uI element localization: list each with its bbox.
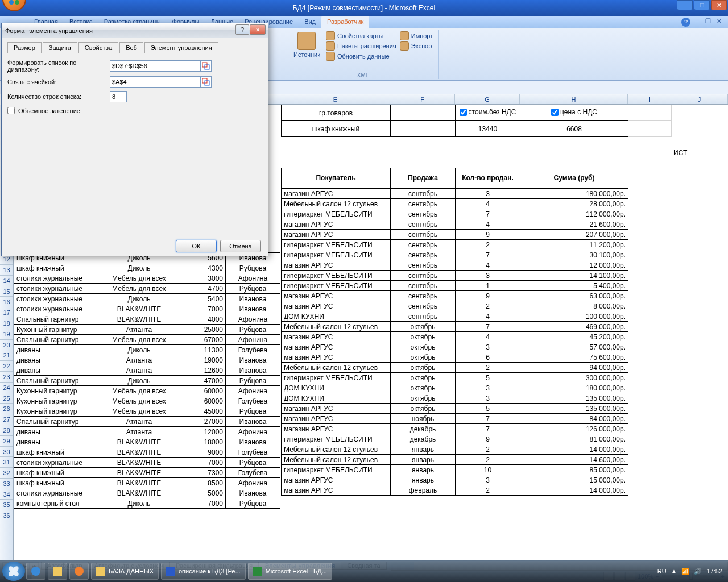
dialog-tab-4[interactable]: Элемент управления (144, 42, 218, 53)
table-row[interactable]: магазин АРГУСоктябрь445 200,00р. (282, 332, 628, 342)
doc-minimize[interactable]: — (694, 18, 702, 26)
table-row[interactable]: Кухонный гарнитурАтланта25000Рубцова (14, 325, 280, 335)
th-sum[interactable]: Сумма (руб) (520, 168, 628, 189)
table-row[interactable]: Спальный гарнитурАтланта27000Иванова (14, 417, 280, 427)
table-row[interactable]: магазин АРГУСсентябрь412 000,00р. (282, 260, 628, 271)
task-excel[interactable]: Microsoft Excel - БД... (248, 563, 332, 580)
col-header-i[interactable]: I (628, 94, 671, 104)
row-header[interactable]: 33 (0, 479, 13, 489)
table-row[interactable]: магазин АРГУСоктябрь5135 000,00р. (282, 404, 628, 414)
table-row[interactable]: компьютерный столДиколь7000Рубцова (14, 498, 280, 509)
table-row[interactable]: ДОМ КУХНИоктябрь3180 000,00р. (282, 383, 628, 393)
row-header[interactable]: 20 (0, 340, 13, 351)
row-header[interactable]: 15 (0, 286, 13, 297)
row-header[interactable]: 13 (0, 265, 13, 276)
link-input[interactable] (110, 76, 201, 88)
table-row[interactable]: гипермаркет МЕБЕЛЬСИТИсентябрь211 200,00… (282, 240, 628, 250)
table-row[interactable]: магазин АРГУСсентябрь9207 000,00р. (282, 230, 628, 240)
row-header[interactable]: 29 (0, 436, 13, 447)
cell-groups[interactable]: гр.товаров (282, 105, 391, 121)
table-row[interactable]: Кухонный гарнитурМебель для всех45000Руб… (14, 406, 280, 417)
tray-clock[interactable]: 17:52 (706, 568, 722, 575)
table-row[interactable]: гипермаркет МЕБЕЛЬСИТИсентябрь7112 000,0… (282, 209, 628, 219)
tray-volume-icon[interactable]: 🔊 (694, 568, 702, 575)
row-header[interactable]: 27 (0, 414, 13, 425)
task-db[interactable]: БАЗА ДАННЫХ (91, 563, 159, 580)
ok-button[interactable]: ОК (176, 240, 217, 252)
dialog-tab-2[interactable]: Свойства (78, 42, 118, 53)
shading-checkbox[interactable] (7, 107, 15, 114)
table-row[interactable]: столики журнальныеBLAK&WHITE7000Иванова (14, 304, 280, 314)
table-row[interactable]: магазин АРГУСоктябрь675 600,00р. (282, 352, 628, 363)
table-row[interactable]: гипермаркет МЕБЕЛЬСИТИсентябрь730 100,00… (282, 250, 628, 260)
table-row[interactable]: магазин АРГУСфевраль214 000,00р. (282, 485, 628, 496)
table-row[interactable]: Спальный гарнитурДиколь47000Рубцова (14, 376, 280, 386)
table-row[interactable]: магазин АРГУСсентябрь28 000,00р. (282, 301, 628, 311)
table-row[interactable]: Мебельный салон 12 стульевсентябрь428 00… (282, 199, 628, 209)
card-properties[interactable]: Свойства карты (326, 31, 396, 41)
cell-cost-novat[interactable]: 13440 (456, 121, 520, 137)
table-row[interactable]: гипермаркет МЕБЕЛЬСИТИсентябрь15 400,00р… (282, 281, 628, 291)
table-row[interactable]: Спальный гарнитурМебель для всех67000Афо… (14, 335, 280, 345)
table-row[interactable]: шкаф книжныйДиколь4300Рубцова (14, 263, 280, 273)
table-row[interactable]: диваныАтланта12000Афонина (14, 427, 280, 437)
row-header[interactable]: 34 (0, 489, 13, 500)
row-header[interactable]: 19 (0, 329, 13, 340)
table-row[interactable]: гипермаркет МЕБЕЛЬСИТИянварь1085 000,00р… (282, 465, 628, 475)
dialog-help-button[interactable]: ? (235, 24, 249, 35)
th-buyer[interactable]: Покупатель (282, 168, 391, 189)
col-header-f[interactable]: F (390, 94, 455, 104)
table-row[interactable]: магазин АРГУСноябрь784 000,00р. (282, 414, 628, 424)
task-word[interactable]: описание к БДЗ [Ре... (161, 563, 246, 580)
table-row[interactable]: столики журнальныеМебель для всех3000Афо… (14, 273, 280, 284)
dialog-close-button[interactable]: ✕ (250, 24, 266, 35)
table-row[interactable]: магазин АРГУСдекабрь7126 000,00р. (282, 424, 628, 434)
table-row[interactable]: Спальный гарнитурBLAK&WHITE4000Афонина (14, 314, 280, 325)
row-header[interactable]: 26 (0, 404, 13, 414)
doc-close[interactable]: ✕ (717, 18, 725, 26)
refresh-data[interactable]: Обновить данные (326, 51, 396, 61)
checkbox-with-vat[interactable]: цена с НДС (551, 108, 597, 116)
taskbar-pin-wmp[interactable] (69, 563, 89, 580)
row-header[interactable]: 17 (0, 307, 13, 318)
taskbar-pin-explorer[interactable] (48, 563, 67, 580)
dialog-tab-1[interactable]: Защита (43, 42, 77, 53)
th-qty[interactable]: Кол-во продан. (456, 168, 520, 189)
expansion-packs[interactable]: Пакеты расширения (326, 41, 396, 51)
cancel-button[interactable]: Отмена (220, 240, 261, 252)
table-row[interactable]: шкаф книжныйBLAK&WHITE9000Голубева (14, 447, 280, 458)
table-row[interactable]: магазин АРГУСсентябрь421 600,00р. (282, 219, 628, 230)
table-row[interactable]: гипермаркет МЕБЕЛЬСИТИдекабрь981 000,00р… (282, 434, 628, 444)
table-row[interactable]: Мебельный салон 12 стульевоктябрь7469 00… (282, 322, 628, 332)
tray-lang[interactable]: RU (657, 568, 667, 575)
table-row[interactable]: Мебельный салон 12 стульевянварь214 000,… (282, 444, 628, 455)
table-row[interactable]: магазин АРГУСоктябрь357 000,00р. (282, 342, 628, 352)
source-button[interactable]: Источник (291, 31, 322, 59)
table-row[interactable]: Кухонный гарнитурМебель для всех60000Гол… (14, 396, 280, 406)
table-row[interactable]: шкаф книжныйBLAK&WHITE7300Голубева (14, 468, 280, 478)
table-row[interactable]: Мебельный салон 12 стульевянварь214 600,… (282, 455, 628, 465)
table-row[interactable]: диваныДиколь11300Голубева (14, 345, 280, 355)
table-row[interactable]: шкаф книжныйBLAK&WHITE8500Афонина (14, 478, 280, 488)
table-row[interactable]: диваныАтланта19000Иванова (14, 355, 280, 365)
dialog-tab-0[interactable]: Размер (7, 42, 42, 53)
row-header[interactable]: 31 (0, 457, 13, 468)
table-row[interactable]: ДОМ КУХНИоктябрь3135 000,00р. (282, 393, 628, 404)
row-header[interactable]: 23 (0, 372, 13, 383)
table-row[interactable]: столики журнальныеBLAK&WHITE5000Иванова (14, 488, 280, 498)
table-row[interactable]: магазин АРГУСянварь315 000,00р. (282, 475, 628, 485)
export-button[interactable]: Экспорт (400, 41, 435, 51)
row-header[interactable]: 14 (0, 276, 13, 286)
cell-product[interactable]: шкаф книжный (282, 121, 391, 137)
table-row[interactable]: ДОМ КУХНИсентябрь4100 000,00р. (282, 311, 628, 322)
link-ref-button[interactable] (200, 76, 212, 88)
row-header[interactable]: 36 (0, 510, 13, 521)
import-button[interactable]: Импорт (400, 31, 435, 41)
tray-flag-icon[interactable]: ▲ (671, 568, 677, 575)
ribbon-tab-7[interactable]: Разработчик (321, 16, 369, 28)
col-header-g[interactable]: G (455, 94, 520, 104)
col-header-e[interactable]: E (281, 94, 390, 104)
table-row[interactable]: столики журнальныеМебель для всех4700Руб… (14, 284, 280, 294)
table-row[interactable]: гипермаркет МЕБЕЛЬСИТИсентябрь314 100,00… (282, 271, 628, 281)
col-header-j[interactable]: J (671, 94, 728, 104)
